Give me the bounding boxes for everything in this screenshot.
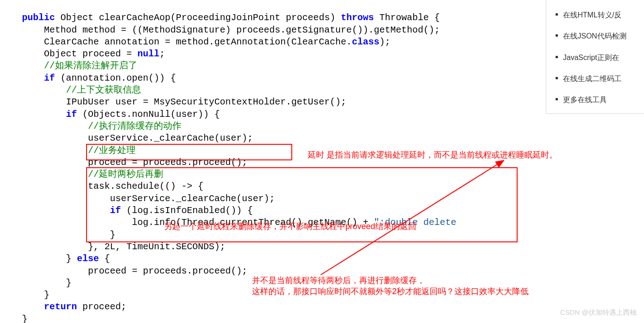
code-line: //延时两秒后再删 [0, 169, 163, 180]
code-line: Method method = ((MethodSignature) proce… [0, 25, 440, 35]
watermark: CSDN @伏加特遇上西柚 [560, 307, 637, 318]
code-line: userService._clearCache(user); [0, 133, 253, 143]
sidebar-item-more-tools[interactable]: 更多在线工具 [555, 89, 644, 110]
code-line: //执行清除缓存的动作 [0, 121, 181, 131]
annotation-text-delay: 延时 是指当前请求逻辑处理延时，而不是当前线程或进程睡眠延时。 [308, 149, 557, 160]
code-line: proceed = proceeds.proceed(); [0, 157, 247, 168]
sidebar-list: 在线HTML转义/反 在线JSON代码检测 JavaScript正则在 在线生成… [555, 5, 644, 110]
code-line: IPubUser user = MsySecurityContextHolder… [0, 97, 346, 107]
code-line: } [0, 314, 27, 323]
code-line: task.schedule(() -> { [0, 181, 203, 192]
code-line: public Object clearCacheAop(ProceedingJo… [0, 12, 440, 23]
code-line: if (Objects.nonNull(user)) { [0, 109, 220, 120]
code-line: Object proceed = null; [0, 49, 165, 59]
code-line: //如果清除注解开启了 [0, 60, 137, 71]
sidebar-item-json-check[interactable]: 在线JSON代码检测 [555, 26, 644, 47]
sidebar-item-qrcode[interactable]: 在线生成二维码工 [555, 68, 644, 89]
code-line: userService._clearCache(user); [0, 193, 275, 204]
code-line: //上下文获取信息 [0, 85, 141, 95]
sidebar-item-js-regex[interactable]: JavaScript正则在 [555, 47, 644, 68]
code-line: } else { [0, 253, 110, 264]
sidebar-tools: 在线HTML转义/反 在线JSON代码检测 JavaScript正则在 在线生成… [546, 0, 644, 114]
code-line: return proceed; [0, 301, 126, 312]
annotation-text-explain: 并不是当前线程等待两秒后，再进行删除缓存， 这样的话，那接口响应时间不就额外等2… [252, 275, 554, 297]
code-line: //业务处理 [0, 145, 136, 156]
code-line: }, 2L, TimeUnit.SECONDS); [0, 241, 225, 252]
code-line: if (log.isInfoEnabled()) { [0, 205, 253, 216]
annotation-text-thread: 另起一个延时线程来删除缓存，并不影响主线程中proveed结果的返回 [164, 221, 416, 232]
code-line: if (annotation.open()) { [0, 73, 176, 83]
code-line: } [0, 278, 71, 288]
code-line: } [0, 290, 49, 300]
code-line: proceed = proceeds.proceed(); [0, 266, 247, 276]
sidebar-item-html-escape[interactable]: 在线HTML转义/反 [555, 5, 644, 26]
code-line: ClearCache annotation = method.getAnnota… [0, 37, 390, 47]
code-line: } [0, 230, 115, 240]
